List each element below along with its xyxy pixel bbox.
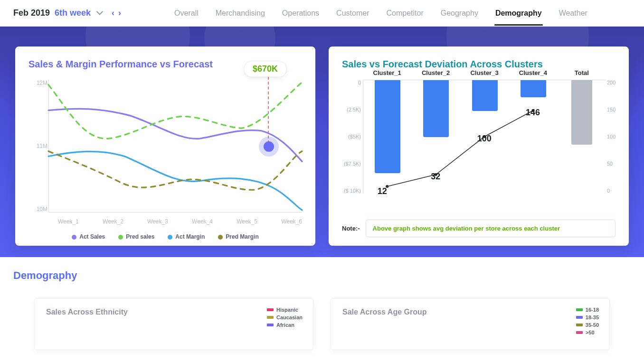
legend-item: 18-35 bbox=[576, 315, 599, 320]
chevron-down-icon[interactable] bbox=[95, 9, 104, 18]
top-cards-row: Sales & Margin Performance vs Forecast $… bbox=[15, 46, 629, 246]
ytick: 12M bbox=[28, 80, 47, 86]
xlabel: Week_4 bbox=[192, 218, 213, 225]
legend-item: 35-50 bbox=[576, 322, 599, 328]
xlabel: Cluster_2 bbox=[411, 69, 460, 76]
line-value: 146 bbox=[526, 108, 540, 118]
note-text: Above graph shows avg deviation per stor… bbox=[366, 220, 616, 237]
legend-item: Pred Margin bbox=[218, 233, 258, 240]
ytick: (2.5K) bbox=[337, 107, 361, 112]
ytick: 0 bbox=[337, 80, 361, 85]
legend-dot-icon bbox=[72, 235, 76, 240]
tab-customer[interactable]: Customer bbox=[335, 1, 370, 25]
xlabel: Week_3 bbox=[147, 218, 168, 225]
note-label: Note:- bbox=[342, 225, 360, 232]
next-arrow-icon[interactable]: › bbox=[118, 8, 121, 18]
legend-item: Act Margin bbox=[168, 233, 205, 240]
xlabel: Week_2 bbox=[103, 218, 123, 225]
ethnicity-legend: Hispanic Caucasian African bbox=[267, 307, 303, 330]
legend-item: Act Sales bbox=[72, 233, 105, 240]
ytick: 150 bbox=[607, 107, 621, 112]
tab-merchandising[interactable]: Merchandising bbox=[215, 1, 266, 25]
note-row: Note:- Above graph shows avg deviation p… bbox=[342, 220, 616, 237]
legend-swatch-icon bbox=[267, 316, 274, 319]
line-legend: Act Sales Pred sales Act Margin Pred Mar… bbox=[15, 233, 315, 240]
section-title: Demography bbox=[0, 257, 644, 282]
nav-tabs: Overall Merchandising Operations Custome… bbox=[173, 1, 588, 25]
tab-demography[interactable]: Demography bbox=[494, 1, 543, 25]
legend-swatch-icon bbox=[267, 308, 274, 311]
legend-label: Act Sales bbox=[79, 233, 105, 240]
legend-item: Caucasian bbox=[267, 315, 303, 320]
ytick: 10M bbox=[28, 206, 47, 213]
xlabel: Cluster_3 bbox=[460, 69, 509, 76]
line-x-labels: Week_1 Week_2 Week_3 Week_4 Week_5 Week_… bbox=[58, 218, 302, 225]
card-sales-age: Sale Across Age Group 16-18 18-35 35-50 … bbox=[331, 298, 610, 350]
legend-label: 16-18 bbox=[586, 307, 599, 313]
period-month: Feb 2019 bbox=[13, 8, 50, 18]
line-value: 32 bbox=[431, 172, 440, 182]
line-value: 100 bbox=[477, 134, 492, 144]
ytick: 50 bbox=[607, 161, 621, 167]
bar-chart: 12 32 100 146 bbox=[363, 80, 606, 194]
prev-arrow-icon[interactable]: ‹ bbox=[112, 8, 114, 18]
section-demography: Demography Sales Across Ethnicity Hispan… bbox=[0, 257, 644, 361]
line-value: 12 bbox=[378, 186, 387, 196]
period-week: 6th week bbox=[55, 8, 91, 18]
card-title: Sales Across Ethnicity bbox=[46, 308, 302, 316]
xlabel: Cluster_1 bbox=[363, 69, 411, 76]
tab-operations[interactable]: Operations bbox=[281, 1, 320, 25]
age-legend: 16-18 18-35 35-50 >50 bbox=[576, 307, 599, 337]
period-nav: ‹ › bbox=[112, 8, 121, 18]
legend-label: Hispanic bbox=[276, 307, 298, 313]
legend-label: African bbox=[276, 322, 294, 328]
legend-dot-icon bbox=[118, 235, 123, 240]
legend-item: Hispanic bbox=[267, 307, 303, 313]
card-title: Sales vs Forecast Deviation Across Clust… bbox=[342, 59, 616, 70]
xlabel: Cluster_4 bbox=[509, 69, 557, 76]
legend-label: Caucasian bbox=[276, 315, 303, 320]
legend-label: 18-35 bbox=[586, 315, 599, 320]
legend-item: >50 bbox=[576, 330, 599, 335]
ytick: 11M bbox=[28, 143, 47, 149]
line-y-ticks: 12M 11M 10M bbox=[28, 80, 47, 213]
xlabel: Week_1 bbox=[58, 218, 79, 225]
ytick: ($5K) bbox=[337, 134, 361, 139]
tab-weather[interactable]: Weather bbox=[558, 1, 588, 25]
tab-overall[interactable]: Overall bbox=[173, 1, 199, 25]
tab-competitor[interactable]: Competitor bbox=[385, 1, 424, 25]
legend-item: Pred sales bbox=[118, 233, 154, 240]
legend-item: 16-18 bbox=[576, 307, 599, 313]
period-selector[interactable]: Feb 2019 6th week ‹ › bbox=[13, 8, 121, 18]
bar-y-left: 0 (2.5K) ($5K) ($7.5K) ($ 10K) bbox=[337, 80, 361, 194]
legend-swatch-icon bbox=[576, 331, 583, 334]
line-chart bbox=[48, 80, 302, 213]
xlabel: Total bbox=[558, 69, 606, 76]
ytick: 200 bbox=[607, 80, 621, 85]
xlabel: Week_5 bbox=[237, 218, 257, 225]
card-title: Sale Across Age Group bbox=[342, 308, 598, 316]
card-sales-margin: Sales & Margin Performance vs Forecast $… bbox=[15, 46, 315, 246]
legend-dot-icon bbox=[218, 235, 223, 240]
callout-badge: $670K bbox=[244, 61, 287, 77]
legend-label: Act Margin bbox=[175, 233, 205, 240]
demography-cards: Sales Across Ethnicity Hispanic Caucasia… bbox=[34, 298, 610, 350]
legend-label: >50 bbox=[586, 330, 595, 335]
ytick: ($ 10K) bbox=[337, 188, 361, 194]
legend-label: Pred Margin bbox=[226, 233, 258, 240]
ytick: ($7.5K) bbox=[337, 161, 361, 167]
legend-swatch-icon bbox=[267, 324, 274, 326]
card-sales-ethnicity: Sales Across Ethnicity Hispanic Caucasia… bbox=[34, 298, 313, 350]
ytick: 0 bbox=[607, 188, 621, 194]
legend-item: African bbox=[267, 322, 303, 328]
xlabel: Week_6 bbox=[281, 218, 302, 225]
card-deviation-clusters: Sales vs Forecast Deviation Across Clust… bbox=[329, 46, 629, 246]
top-bar: Feb 2019 6th week ‹ › Overall Merchandis… bbox=[0, 0, 644, 27]
legend-swatch-icon bbox=[576, 324, 583, 326]
legend-label: Pred sales bbox=[126, 233, 154, 240]
tab-geography[interactable]: Geography bbox=[440, 1, 479, 25]
bar-y-right: 200 150 100 50 0 bbox=[607, 80, 621, 194]
ytick: 100 bbox=[607, 134, 621, 139]
legend-swatch-icon bbox=[576, 308, 583, 311]
legend-label: 35-50 bbox=[586, 322, 599, 328]
